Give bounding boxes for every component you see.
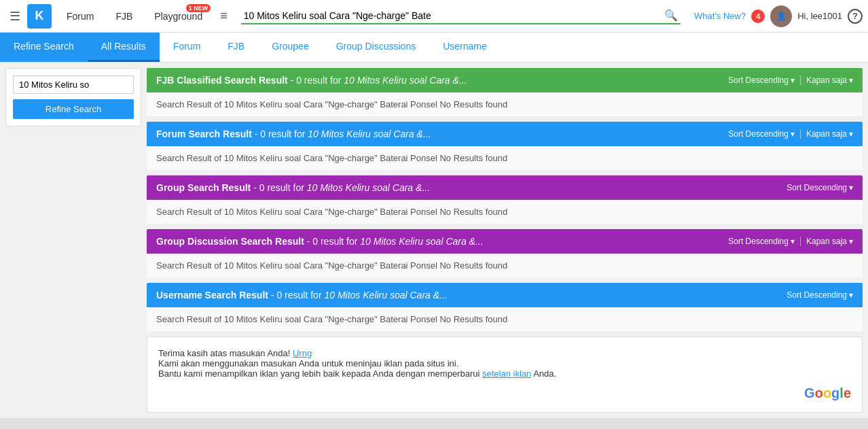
- playground-badge: 1 NEW: [186, 4, 211, 12]
- ad-line2: Kami akan menggunakan masukan Anda untuk…: [158, 358, 851, 368]
- username-result-count: - 0 result for: [271, 290, 322, 301]
- google-o1: o: [815, 385, 823, 401]
- username-result-query: 10 Mitos Keliru soal Cara &...: [324, 290, 447, 301]
- forum-sort-chevron: ▾: [791, 129, 795, 139]
- forum-time-label: Kapan saja: [806, 129, 847, 139]
- group-sort-label: Sort Descending: [786, 183, 847, 192]
- forum-result-count: - 0 result for: [255, 128, 306, 139]
- hamburger-icon[interactable]: ☰: [5, 5, 24, 28]
- nav-right: What's New? 4 👤 Hi, lee1001 ?: [694, 5, 863, 27]
- username-result-title: Username Search Result - 0 result for 10…: [156, 290, 448, 301]
- group-discussion-result-controls: Sort Descending ▾ Kapan saja ▾: [728, 237, 853, 246]
- whats-new-link[interactable]: What's New?: [694, 11, 746, 21]
- fjb-result-count: - 0 result for: [291, 75, 342, 86]
- group-sort-dropdown[interactable]: Sort Descending ▾: [786, 183, 853, 192]
- group-discussion-result-count: - 0 result for: [307, 236, 358, 247]
- group-discussion-result-title-text: Group Discussion Search Result: [156, 236, 304, 247]
- playground-label: Playground: [154, 11, 202, 22]
- forum-result-section: Forum Search Result - 0 result for 10 Mi…: [147, 122, 863, 170]
- sidebar-search-input[interactable]: [13, 75, 134, 94]
- nav-fjb[interactable]: FJB: [106, 0, 142, 33]
- fjb-sort-dropdown[interactable]: Sort Descending ▾: [728, 75, 795, 85]
- fjb-result-title-text: FJB Classified Search Result: [156, 75, 288, 86]
- group-result-section: Group Search Result - 0 result for 10 Mi…: [147, 175, 863, 224]
- fjb-result-body: Search Result of 10 Mitos Keliru soal Ca…: [147, 92, 863, 116]
- menu-icon[interactable]: ≡: [215, 9, 233, 23]
- google-g2: g: [831, 385, 839, 401]
- tab-all-results[interactable]: All Results: [88, 33, 160, 62]
- ad-settings-link[interactable]: setelan iklan: [482, 368, 531, 379]
- forum-result-title-text: Forum Search Result: [156, 128, 252, 139]
- divider: [800, 75, 801, 85]
- group-discussion-time-chevron: ▾: [849, 237, 853, 246]
- username-sort-label: Sort Descending: [786, 290, 847, 300]
- username-sort-dropdown[interactable]: Sort Descending ▾: [786, 290, 853, 300]
- nav-playground[interactable]: Playground 1 NEW: [145, 0, 212, 33]
- sidebar: Refine Search: [5, 68, 141, 413]
- group-result-title-text: Group Search Result: [156, 182, 251, 193]
- fjb-sort-chevron: ▾: [791, 75, 795, 85]
- group-discussion-result-title: Group Discussion Search Result - 0 resul…: [156, 236, 484, 247]
- fjb-result-query: 10 Mitos Keliru soal Cara &...: [344, 75, 467, 86]
- group-discussion-time-label: Kapan saja: [806, 237, 847, 246]
- forum-sort-label: Sort Descending: [728, 129, 789, 139]
- footer: Navigation Company Info Find Us Mobile: [0, 418, 868, 429]
- ad-line3: Bantu kami menampilkan iklan yang lebih …: [158, 368, 851, 379]
- avatar[interactable]: 👤: [770, 5, 792, 27]
- sidebar-search-box: Refine Search: [5, 68, 141, 126]
- notification-badge[interactable]: 4: [751, 10, 765, 23]
- forum-result-query: 10 Mitos Keliru soal Cara &...: [308, 128, 431, 139]
- forum-result-header: Forum Search Result - 0 result for 10 Mi…: [147, 122, 863, 146]
- fjb-result-controls: Sort Descending ▾ Kapan saja ▾: [728, 75, 853, 85]
- fjb-sort-label: Sort Descending: [728, 75, 789, 85]
- search-icon[interactable]: 🔍: [664, 9, 678, 22]
- top-nav: ☰ K Forum FJB Playground 1 NEW ≡ 🔍 What'…: [0, 0, 868, 33]
- tab-username[interactable]: Username: [429, 33, 501, 62]
- tab-forum[interactable]: Forum: [160, 33, 214, 62]
- divider: [800, 129, 801, 139]
- group-result-count: - 0 result for: [253, 182, 304, 193]
- google-g: G: [804, 385, 815, 401]
- tabs-bar: Refine Search All Results Forum FJB Grou…: [0, 33, 868, 63]
- group-discussion-time-dropdown[interactable]: Kapan saja ▾: [806, 237, 853, 246]
- main-layout: Refine Search FJB Classified Search Resu…: [0, 63, 868, 418]
- tab-refine-search[interactable]: Refine Search: [0, 33, 88, 62]
- site-logo[interactable]: K: [27, 4, 52, 29]
- forum-result-body: Search Result of 10 Mitos Keliru soal Ca…: [147, 146, 863, 170]
- forum-result-controls: Sort Descending ▾ Kapan saja ▾: [728, 129, 853, 139]
- group-discussion-result-body: Search Result of 10 Mitos Keliru soal Ca…: [147, 254, 863, 277]
- group-discussion-sort-dropdown[interactable]: Sort Descending ▾: [728, 237, 795, 246]
- fjb-result-header: FJB Classified Search Result - 0 result …: [147, 68, 863, 92]
- forum-time-chevron: ▾: [849, 129, 853, 139]
- hi-user-label: Hi, lee1001: [797, 11, 842, 21]
- ad-block: Terima kasih atas masukan Anda! Urng Kam…: [147, 337, 863, 413]
- ad-undo-link[interactable]: Urng: [293, 348, 312, 358]
- help-icon[interactable]: ?: [848, 9, 863, 24]
- results-area: FJB Classified Search Result - 0 result …: [147, 68, 863, 413]
- username-result-title-text: Username Search Result: [156, 290, 268, 301]
- fjb-time-label: Kapan saja: [806, 75, 847, 85]
- sidebar-refine-button[interactable]: Refine Search: [13, 99, 134, 119]
- tab-fjb[interactable]: FJB: [214, 33, 258, 62]
- fjb-time-dropdown[interactable]: Kapan saja ▾: [806, 75, 853, 85]
- tab-group-discussions[interactable]: Group Discussions: [323, 33, 430, 62]
- fjb-time-chevron: ▾: [849, 75, 853, 85]
- search-input[interactable]: [244, 10, 664, 21]
- ad-thanks-text: Terima kasih atas masukan Anda!: [158, 348, 290, 358]
- group-result-title: Group Search Result - 0 result for 10 Mi…: [156, 182, 430, 193]
- fjb-result-section: FJB Classified Search Result - 0 result …: [147, 68, 863, 116]
- group-discussion-sort-chevron: ▾: [791, 237, 795, 246]
- nav-forum[interactable]: Forum: [57, 0, 103, 33]
- group-sort-chevron: ▾: [849, 183, 853, 192]
- group-result-query: 10 Mitos Keliru soal Cara &...: [307, 182, 430, 193]
- forum-time-dropdown[interactable]: Kapan saja ▾: [806, 129, 853, 139]
- search-container: 🔍: [241, 7, 681, 24]
- username-result-body: Search Result of 10 Mitos Keliru soal Ca…: [147, 307, 863, 331]
- forum-sort-dropdown[interactable]: Sort Descending ▾: [728, 129, 795, 139]
- google-logo: Google: [158, 385, 851, 401]
- ad-line3-text: Bantu kami menampilkan iklan yang lebih …: [158, 368, 480, 379]
- fjb-result-title: FJB Classified Search Result - 0 result …: [156, 75, 467, 86]
- tab-groupee[interactable]: Groupee: [258, 33, 322, 62]
- ad-line3-end: Anda.: [533, 368, 556, 379]
- username-result-controls: Sort Descending ▾: [786, 290, 853, 300]
